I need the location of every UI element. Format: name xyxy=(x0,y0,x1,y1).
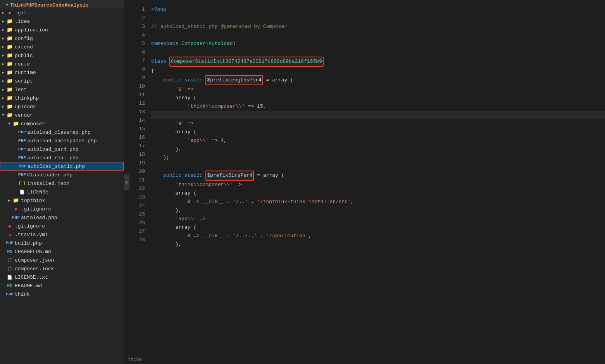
file-icon: 📄 xyxy=(6,274,13,280)
tree-item-topthink[interactable]: ▶📁topthink xyxy=(0,196,124,205)
code-token: . xyxy=(224,232,233,240)
code-line: 't' => xyxy=(151,85,605,94)
code-token: ' xyxy=(151,136,190,145)
tree-item-readme[interactable]: MDREADME.md xyxy=(0,281,124,290)
code-line: ​ xyxy=(151,111,605,119)
tree-label: autoload_classmap.php xyxy=(27,129,91,135)
file-tree[interactable]: ▼ ThinkPHPSourceCodeAnalysis ▶◆.git▶📁.id… xyxy=(0,0,124,364)
highlighted-token: $prefixDirsPsr4 xyxy=(205,171,254,181)
tree-item-application[interactable]: ▶📁application xyxy=(0,26,124,34)
tree-label: composer.json xyxy=(15,257,54,263)
code-line: 'app\\' => 4, xyxy=(151,136,605,145)
tree-item-think[interactable]: PHPthink xyxy=(0,290,124,298)
tree-item-vendor[interactable]: ▼📁vendor xyxy=(0,111,124,119)
tree-label: .gitignore xyxy=(15,223,45,229)
tree-item-autoload_real[interactable]: PHPautoload_real.php xyxy=(0,154,124,162)
root-project[interactable]: ▼ ThinkPHPSourceCodeAnalysis xyxy=(0,0,124,9)
folder-icon: 📁 xyxy=(6,36,13,41)
code-line: 'a' => xyxy=(151,119,605,128)
code-token xyxy=(181,171,184,180)
php-icon: PHP xyxy=(19,129,26,135)
code-line: ), xyxy=(151,145,605,154)
tree-label: CHANGELOG.md xyxy=(15,249,51,255)
code-container[interactable]: 1234567891011121314151617181920212223242… xyxy=(124,0,605,355)
php-icon: PHP xyxy=(6,240,13,246)
code-token: ' xyxy=(151,181,178,189)
tree-item-classloader[interactable]: PHPClassLoader.php xyxy=(0,171,124,179)
arrow-icon: ▶ xyxy=(0,62,6,66)
line-num: 2 xyxy=(132,14,145,22)
code-line: 0 => __DIR__ . '/../..' . '/application'… xyxy=(151,232,605,240)
folder-icon: 📁 xyxy=(6,19,13,24)
tree-item-build[interactable]: PHPbuild.php xyxy=(0,239,124,247)
tree-item-uploads[interactable]: ▶📁uploads xyxy=(0,102,124,111)
tree-item-autoload_classmap[interactable]: PHPautoload_classmap.php xyxy=(0,128,124,136)
tree-item-composer_lock[interactable]: 🎵composer.lock xyxy=(0,264,124,273)
arrow-icon: ▶ xyxy=(0,96,6,100)
arrow-icon: ▶ xyxy=(0,19,6,24)
tree-item-runtime[interactable]: ▶📁runtime xyxy=(0,68,124,77)
code-token: , xyxy=(351,198,354,206)
tree-item-composer[interactable]: ▼📁composer xyxy=(0,119,124,128)
tree-item-autoload_psr4[interactable]: PHPautoload_psr4.php xyxy=(0,145,124,154)
code-token: ), xyxy=(151,206,181,215)
tree-item-config[interactable]: ▶📁config xyxy=(0,34,124,43)
tree-label: topthink xyxy=(21,198,45,204)
tree-item-composer_json[interactable]: 🎵composer.json xyxy=(0,256,124,264)
tree-item-gitignore2[interactable]: ◆.gitignore xyxy=(0,205,124,213)
code-token: array ( xyxy=(151,94,196,102)
json-icon: { } xyxy=(19,181,26,186)
arrow-icon: ▼ xyxy=(0,113,6,117)
code-token: Composer\Autoload xyxy=(181,40,233,48)
code-token: = array ( xyxy=(254,171,284,180)
line-num: 7 xyxy=(132,57,145,65)
code-content: <?php​// autoload_static.php @generated … xyxy=(151,0,605,355)
arrow-icon: ▶ xyxy=(0,45,6,49)
code-token xyxy=(203,76,206,85)
tree-item-installed_json[interactable]: { }installed.json xyxy=(0,179,124,188)
tree-item-route[interactable]: ▶📁route xyxy=(0,60,124,68)
tree-label: public xyxy=(15,53,33,59)
tree-item-autoload_php[interactable]: PHPautoload.php xyxy=(0,213,124,222)
composer-icon: 🎵 xyxy=(6,266,13,271)
line-num: 8 xyxy=(132,65,145,74)
sidebar-collapse-button[interactable]: ❮ xyxy=(124,174,129,190)
tree-label: build.php xyxy=(15,240,42,246)
code-line: <?php xyxy=(151,5,605,14)
tree-label: application xyxy=(15,27,48,33)
tree-item-travis[interactable]: ⚙.travis.yml xyxy=(0,230,124,239)
tree-item-test[interactable]: ▶📁Test xyxy=(0,85,124,94)
tree-item-autoload_static[interactable]: PHPautoload_static.php xyxy=(0,162,124,171)
line-num: 4 xyxy=(132,31,145,40)
folder-icon: 📁 xyxy=(12,121,19,126)
tree-label: uploads xyxy=(15,104,36,110)
tree-item-script[interactable]: ▶📁script xyxy=(0,77,124,85)
code-line: ), xyxy=(151,206,605,215)
arrow-icon: ▶ xyxy=(0,53,6,58)
root-label: ThinkPHPSourceCodeAnalysis xyxy=(10,2,89,8)
tree-item-gitignore_root[interactable]: ◆.gitignore xyxy=(0,222,124,230)
tree-item-changelog[interactable]: MDCHANGELOG.md xyxy=(0,247,124,256)
tree-item-license_txt[interactable]: 📄LICENSE.txt xyxy=(0,273,124,281)
code-line: namespace Composer\Autoload; xyxy=(151,40,605,48)
yml-icon: ⚙ xyxy=(6,232,13,237)
php-icon: PHP xyxy=(19,138,26,143)
line-num: 27 xyxy=(132,227,145,236)
code-token xyxy=(166,57,169,66)
code-token: public xyxy=(151,76,181,85)
code-token: ' xyxy=(151,102,190,111)
code-token: => xyxy=(196,215,205,223)
tree-label: ClassLoader.php xyxy=(27,172,72,178)
tree-item-public[interactable]: ▶📁public xyxy=(0,51,124,60)
code-line: 'app\\' => xyxy=(151,215,605,223)
tree-item-thinkphp[interactable]: ▶📁thinkphp xyxy=(0,94,124,102)
composer-icon: 🎵 xyxy=(6,257,13,263)
tree-item-autoload_namespaces[interactable]: PHPautoload_namespaces.php xyxy=(0,136,124,145)
tree-item-idea[interactable]: ▶📁.idea xyxy=(0,17,124,26)
tree-item-git[interactable]: ▶◆.git xyxy=(0,9,124,17)
tree-item-extend[interactable]: ▶📁extend xyxy=(0,43,124,51)
tree-item-license[interactable]: 📄LICENSE xyxy=(0,188,124,196)
code-token: ), xyxy=(151,145,181,154)
code-token: , xyxy=(263,102,266,111)
tree-label: extend xyxy=(15,44,33,50)
